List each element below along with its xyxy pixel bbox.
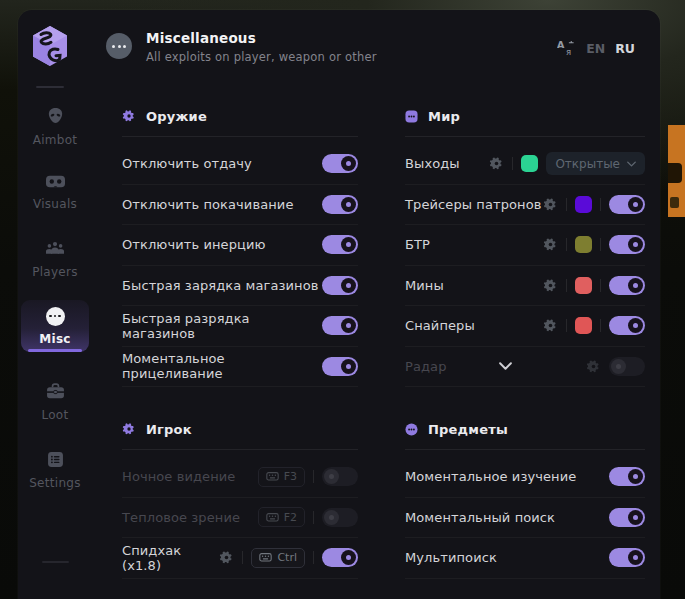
- dropdown-select[interactable]: Открытые: [546, 152, 645, 175]
- feature-label: Трейсеры патронов: [405, 197, 542, 212]
- section-title: Оружие: [146, 109, 207, 124]
- svg-text:я: я: [566, 47, 571, 57]
- toggle-on[interactable]: [322, 154, 358, 173]
- logo-divider: [36, 86, 64, 88]
- feature-row: Отключить покачивание: [122, 185, 358, 226]
- color-swatch[interactable]: [575, 277, 592, 294]
- feature-label: Моментальный поиск: [405, 510, 555, 525]
- chevron-down-icon: [627, 161, 636, 167]
- color-swatch[interactable]: [575, 196, 592, 213]
- players-icon: [45, 241, 65, 257]
- feature-label: Моментальное прицеливание: [122, 351, 322, 381]
- active-tab-indicator: [28, 349, 82, 352]
- feature-label: Отключить инерцию: [122, 237, 266, 252]
- feature-label: Мультипоиск: [405, 550, 497, 565]
- color-swatch[interactable]: [575, 236, 592, 253]
- cheat-menu-panel: Miscellaneous All exploits on player, we…: [18, 10, 660, 599]
- feature-label: Быстрая разрядка магазинов: [122, 311, 322, 341]
- section-title: Игрок: [146, 422, 192, 437]
- gear-icon[interactable]: [543, 197, 558, 212]
- feature-row: БТР: [405, 225, 645, 266]
- language-switcher: A я EN RU: [557, 39, 635, 57]
- feature-label: Снайперы: [405, 318, 475, 333]
- sidebar-item-label: Settings: [29, 476, 81, 490]
- feature-row: Ночное видение F3: [122, 457, 358, 498]
- feature-label: Выходы: [405, 156, 460, 171]
- toggle-off[interactable]: [322, 467, 358, 486]
- toggle-on[interactable]: [322, 235, 358, 254]
- feature-row: Тепловое зрение F2: [122, 498, 358, 539]
- section-weapon: Оружие Отключить отдачу Отключить покачи…: [122, 105, 358, 387]
- page-subtitle: All exploits on player, weapon or other: [146, 50, 377, 64]
- control-divider: [566, 198, 567, 211]
- lang-ru-button[interactable]: RU: [615, 41, 635, 56]
- briefcase-icon: [46, 383, 65, 400]
- toggle-on[interactable]: [609, 467, 645, 486]
- feature-label: Радар: [405, 359, 447, 374]
- keyboard-icon: [266, 472, 279, 481]
- translate-icon[interactable]: A я: [557, 39, 576, 57]
- toggle-on[interactable]: [609, 316, 645, 335]
- toggle-on[interactable]: [322, 357, 358, 376]
- lang-en-button[interactable]: EN: [586, 41, 605, 56]
- section-header: Игрок: [122, 418, 358, 440]
- feature-label: Моментальное изучение: [405, 469, 576, 484]
- control-divider: [512, 157, 513, 170]
- feature-label: Быстрая зарядка магазинов: [122, 278, 319, 293]
- control-divider: [313, 511, 314, 524]
- gear-icon[interactable]: [543, 237, 558, 252]
- control-divider: [600, 319, 601, 332]
- toggle-on[interactable]: [609, 195, 645, 214]
- hotkey-badge[interactable]: Ctrl: [251, 548, 305, 568]
- hotkey-badge[interactable]: F3: [258, 467, 305, 487]
- section-header: Оружие: [122, 105, 358, 127]
- toggle-on[interactable]: [322, 548, 358, 567]
- control-divider: [600, 279, 601, 292]
- color-swatch[interactable]: [521, 155, 538, 172]
- feature-label: Отключить отдачу: [122, 156, 252, 171]
- toggle-on[interactable]: [609, 548, 645, 567]
- background-orange-object: [668, 125, 685, 217]
- keyboard-icon: [266, 513, 279, 522]
- sidebar-item-misc-active[interactable]: Misc: [21, 300, 89, 352]
- feature-label: Мины: [405, 278, 444, 293]
- sidebar-item-players[interactable]: Players: [21, 241, 89, 279]
- sidebar-item-aimbot[interactable]: Aimbot: [21, 106, 89, 147]
- background-glyph: [670, 197, 679, 208]
- page-title: Miscellaneous: [146, 30, 256, 46]
- chat-square-icon: [405, 110, 418, 123]
- gear-icon: [122, 422, 136, 436]
- toggle-on[interactable]: [322, 276, 358, 295]
- sidebar-item-settings[interactable]: Settings: [21, 451, 89, 490]
- control-divider: [566, 238, 567, 251]
- sidebar-item-label: Aimbot: [33, 133, 78, 147]
- toggle-off[interactable]: [322, 508, 358, 527]
- feature-row: Радар: [405, 347, 645, 388]
- sidebar-item-label: Misc: [39, 332, 71, 346]
- hotkey-badge[interactable]: F2: [258, 507, 305, 527]
- toggle-on[interactable]: [322, 316, 358, 335]
- color-swatch[interactable]: [575, 317, 592, 334]
- gear-icon[interactable]: [543, 278, 558, 293]
- background-glyph: [668, 163, 682, 183]
- control-divider: [242, 551, 243, 564]
- sidebar-item-loot[interactable]: Loot: [21, 383, 89, 422]
- gear-icon[interactable]: [543, 318, 558, 333]
- toggle-off[interactable]: [609, 357, 645, 376]
- page-ellipsis-icon: [106, 33, 132, 59]
- toggle-on[interactable]: [609, 235, 645, 254]
- control-divider: [600, 198, 601, 211]
- toggle-on[interactable]: [609, 276, 645, 295]
- toggle-on[interactable]: [609, 508, 645, 527]
- feature-row: Отключить инерцию: [122, 225, 358, 266]
- vr-goggles-icon: [45, 175, 66, 189]
- toggle-on[interactable]: [322, 195, 358, 214]
- sidebar-item-label: Visuals: [33, 197, 77, 211]
- chevron-down-icon[interactable]: [499, 362, 512, 370]
- feature-label: Спидхак (x1.8): [122, 543, 219, 573]
- gear-icon[interactable]: [586, 359, 601, 374]
- gear-icon[interactable]: [219, 550, 234, 565]
- feature-label: Ночное видение: [122, 469, 235, 484]
- gear-icon[interactable]: [489, 156, 504, 171]
- sidebar-item-visuals[interactable]: Visuals: [21, 175, 89, 211]
